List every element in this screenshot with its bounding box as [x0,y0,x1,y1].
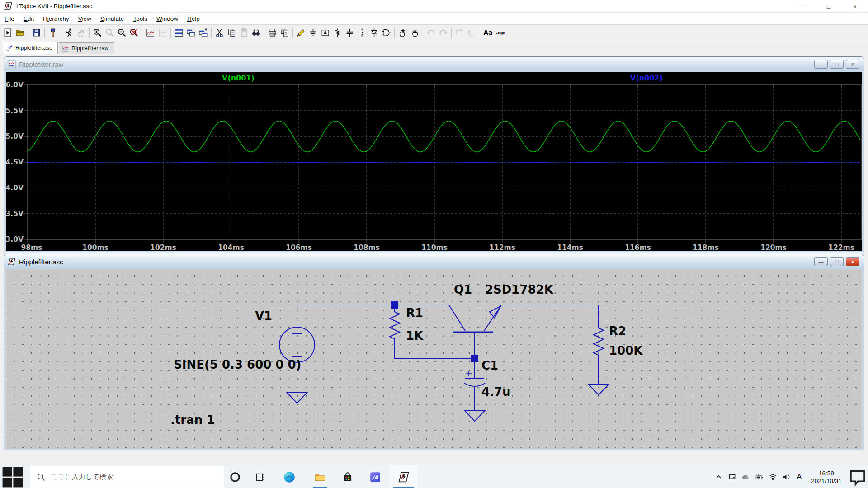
schematic-window-titlebar[interactable]: Ripplefilter.asc — □ × [4,254,864,269]
toolbar-drag-button[interactable] [409,27,421,39]
toolbar-net-label-button[interactable]: A [319,27,331,39]
toolbar-save-button[interactable] [30,27,42,39]
taskbar-search-input[interactable]: ここに入力して検索 [30,466,224,488]
toolbar-paste-button[interactable] [238,27,250,39]
toolbar-zoom-in-button[interactable] [91,27,104,39]
toolbar-plot-settings-button[interactable] [156,27,169,39]
toolbar-redo-button[interactable] [437,27,449,39]
schem-close-button[interactable]: × [846,257,859,266]
tab-ripplefilter-asc[interactable]: Ripplefilter.asc [3,42,58,54]
toolbar-print-preview-button[interactable] [278,27,291,39]
app-close-button[interactable]: × [842,0,868,13]
legend-V(n002)[interactable]: V(n002) [630,74,663,82]
schematic-canvas[interactable]: V1 SINE(5 0.3 600 0 0) R1 1K Q1 2SD1782K… [6,269,862,449]
toolbar-spice-directive-button[interactable]: .op [494,27,506,39]
taskbar-clock[interactable]: 16:59 2021/10/31 [806,469,847,485]
onedrive-tray-button[interactable] [739,465,752,488]
v1-value-label[interactable]: SINE(5 0.3 600 0 0) [174,358,302,371]
toolbar-capacitor-button[interactable] [344,27,356,39]
toolbar-open-file-button[interactable] [14,27,26,39]
menu-view[interactable]: View [74,14,96,24]
toolbar-control-panel-button[interactable] [47,27,59,39]
menu-simulate[interactable]: Simulate [96,14,129,24]
toolbar-separator [142,28,142,38]
toolbar-halt-button[interactable] [63,27,75,39]
app-minimize-button[interactable]: — [789,0,816,13]
edge-button[interactable] [278,465,300,488]
toolbar-rotate-button[interactable] [466,27,478,39]
r2-value-label[interactable]: 100K [609,344,642,357]
toolbar-cut-button[interactable] [213,27,226,39]
plot-settings-icon [158,28,167,38]
menu-tools[interactable]: Tools [128,14,152,24]
toolbar-cascade-windows-button[interactable] [197,27,209,39]
cloud-icon [741,473,750,481]
toolbar-undo-button[interactable] [425,27,437,39]
toolbar-tile-horizontal-button[interactable] [173,27,185,39]
toolbar-component-button[interactable] [380,27,392,39]
action-center-button[interactable] [847,465,868,488]
toolbar-mirror-button[interactable] [453,27,466,39]
purple-slash-a-app-icon: /A [369,471,381,483]
store-button[interactable] [337,465,359,488]
toolbar-text-button[interactable]: Aa [482,27,494,39]
waveform-tab-icon [62,45,69,52]
menu-window[interactable]: Window [152,14,183,24]
battery-tray-button[interactable] [752,465,766,488]
toolbar-diode-button[interactable] [368,27,380,39]
toolbar-zoom-out-button[interactable] [116,27,128,39]
toolbar-zoom-back-button[interactable] [104,27,116,39]
toolbar-draw-wire-button[interactable] [295,27,307,39]
toolbar-inductor-button[interactable] [356,27,368,39]
network-tray-button[interactable] [766,465,779,488]
toolbar-autorange-button[interactable] [144,27,156,39]
toolbar-run-button[interactable] [2,27,14,39]
toolbar-print-button[interactable] [266,27,278,39]
schem-minimize-button[interactable]: — [814,257,828,266]
c1-value-label[interactable]: 4.7u [481,385,511,399]
menu-file[interactable]: File [0,14,19,24]
menu-edit[interactable]: Edit [19,14,38,24]
wave-close-button[interactable]: × [846,60,859,69]
toolbar-pan-button[interactable] [75,27,87,39]
y-axis-label: 3.0V [6,235,24,244]
c1-ref-label[interactable]: C1 [481,359,498,372]
wave-minimize-button[interactable]: — [814,60,828,69]
tab-ripplefilter-raw[interactable]: Ripplefilter.raw [59,42,114,54]
start-button[interactable] [0,465,25,488]
menu-help[interactable]: Help [183,14,204,24]
purple-slash-a-app-button[interactable]: /A [364,465,386,488]
legend-V(n001)[interactable]: V(n001) [222,74,255,82]
r1-ref-label[interactable]: R1 [406,306,423,320]
file-explorer-button[interactable] [309,465,331,488]
toolbar-ground-button[interactable] [307,27,319,39]
volume-tray-button[interactable] [779,465,793,488]
q1-value-label[interactable]: 2SD1782K [485,283,553,296]
q1-ref-label[interactable]: Q1 [454,283,472,296]
cortana-button[interactable] [224,465,246,488]
ltspice-taskbar-button[interactable] [390,465,418,488]
plot-grid [24,85,862,243]
toolbar-copy-button[interactable] [226,27,238,39]
wave-maximize-button[interactable]: □ [830,60,844,69]
tray-expand-button[interactable] [712,465,725,488]
task-view-button[interactable] [249,465,271,488]
menu-hierarchy[interactable]: Hierarchy [38,14,74,24]
cast-tray-button[interactable] [725,465,739,488]
toolbar-resistor-button[interactable] [331,27,344,39]
spice-directive-label[interactable]: .tran 1 [170,413,215,427]
windows-logo-icon [0,465,25,488]
toolbar-zoom-full-extents-button[interactable] [128,27,140,39]
waveform-plot-area[interactable]: 6.0V5.5V5.0V4.5V4.0V3.5V3.0V98ms100ms102… [6,72,862,251]
toolbar-find-button[interactable] [250,27,262,39]
r2-ref-label[interactable]: R2 [609,324,626,338]
app-maximize-button[interactable]: □ [816,0,842,13]
ime-mode-indicator[interactable]: A [793,465,806,488]
v1-ref-label[interactable]: V1 [255,309,272,323]
waveform-plot[interactable]: 6.0V5.5V5.0V4.5V4.0V3.5V3.0V98ms100ms102… [6,72,863,252]
toolbar-move-button[interactable] [396,27,409,39]
toolbar-tile-vertical-button[interactable] [185,27,197,39]
schem-maximize-button[interactable]: □ [830,257,844,266]
r1-value-label[interactable]: 1K [406,329,423,343]
waveform-window-titlebar[interactable]: Ripplefilter.raw — □ × [4,57,864,71]
